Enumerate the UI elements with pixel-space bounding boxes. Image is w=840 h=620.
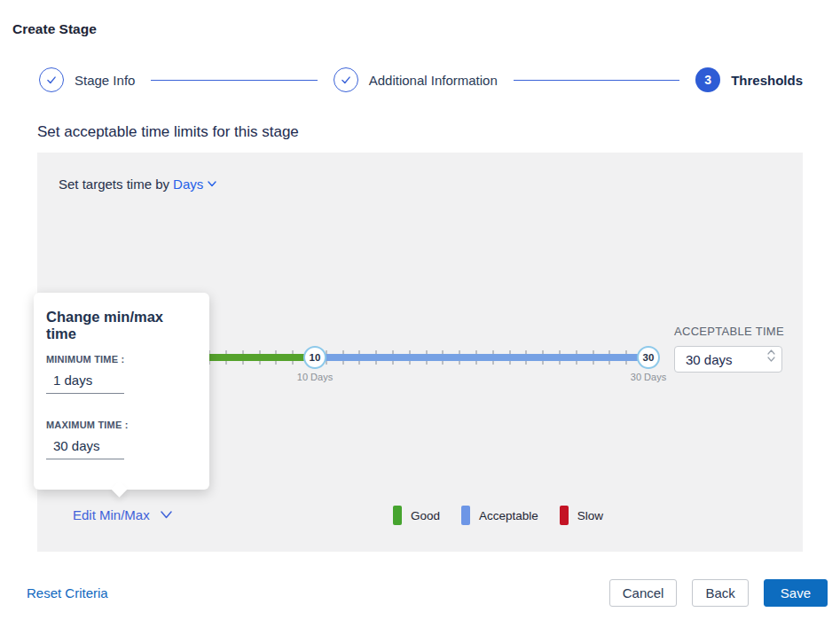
set-targets-label: Set targets time by: [59, 177, 169, 192]
slider-handle-min[interactable]: 10: [303, 346, 326, 369]
legend-label: Good: [411, 509, 440, 522]
stepper-connector: [514, 80, 679, 81]
acceptable-time-input[interactable]: [674, 346, 782, 373]
wizard-stepper: Stage Info Additional Information 3 Thre…: [39, 67, 803, 92]
acceptable-time-group: ACCEPTABLE TIME: [674, 325, 788, 373]
check-circle-icon: [39, 67, 64, 92]
step-label: Stage Info: [75, 73, 135, 88]
acceptable-time-label: ACCEPTABLE TIME: [674, 325, 788, 338]
section-heading: Set acceptable time limits for this stag…: [37, 123, 299, 141]
legend-item-slow: Slow: [560, 506, 603, 525]
change-minmax-popup: Change min/max time MINIMUM TIME : MAXIM…: [34, 293, 209, 490]
chevron-down-icon: [767, 357, 775, 362]
check-circle-icon: [334, 67, 358, 92]
good-swatch: [393, 506, 402, 525]
save-button[interactable]: Save: [764, 579, 828, 607]
cancel-button[interactable]: Cancel: [609, 579, 678, 607]
targets-unit-value: Days: [173, 177, 203, 192]
minimum-time-label: MINIMUM TIME :: [46, 354, 197, 365]
footer-buttons: Cancel Back Save: [609, 579, 828, 607]
legend-label: Acceptable: [479, 509, 538, 522]
slow-swatch: [560, 506, 569, 525]
legend: Good Acceptable Slow: [393, 506, 603, 525]
popup-title: Change min/max time: [46, 309, 197, 342]
back-button[interactable]: Back: [692, 579, 748, 607]
minimum-time-input[interactable]: [46, 365, 124, 394]
legend-item-good: Good: [393, 506, 440, 525]
create-stage-page: Create Stage Stage Info Additional Infor…: [0, 0, 840, 620]
legend-item-acceptable: Acceptable: [461, 506, 538, 525]
slider-handle-max[interactable]: 30: [637, 346, 660, 369]
step-label: Additional Information: [369, 73, 498, 88]
page-title: Create Stage: [12, 21, 97, 37]
set-targets-line: Set targets time by Days: [59, 177, 216, 192]
reset-criteria-link[interactable]: Reset Criteria: [27, 585, 108, 600]
chevron-down-icon: [208, 181, 216, 187]
step-additional-information[interactable]: Additional Information: [334, 67, 498, 92]
maximum-time-label: MAXIMUM TIME :: [46, 420, 197, 430]
step-stage-info[interactable]: Stage Info: [39, 67, 135, 92]
slider-min-caption: 10 Days: [288, 372, 341, 382]
maximum-time-input[interactable]: [46, 430, 124, 459]
step-label: Thresholds: [731, 73, 803, 88]
step-number-badge: 3: [695, 67, 720, 92]
chevron-down-icon: [161, 511, 172, 519]
chevron-up-icon: [767, 349, 775, 355]
legend-label: Slow: [577, 509, 603, 522]
acceptable-swatch: [461, 506, 470, 525]
targets-unit-dropdown[interactable]: Days: [173, 177, 216, 192]
slider-max-caption: 30 Days: [622, 372, 675, 382]
step-thresholds[interactable]: 3 Thresholds: [695, 67, 803, 92]
edit-minmax-label: Edit Min/Max: [73, 507, 150, 522]
stepper-connector: [151, 80, 317, 81]
edit-minmax-link[interactable]: Edit Min/Max: [73, 507, 172, 522]
number-stepper[interactable]: [767, 349, 775, 362]
